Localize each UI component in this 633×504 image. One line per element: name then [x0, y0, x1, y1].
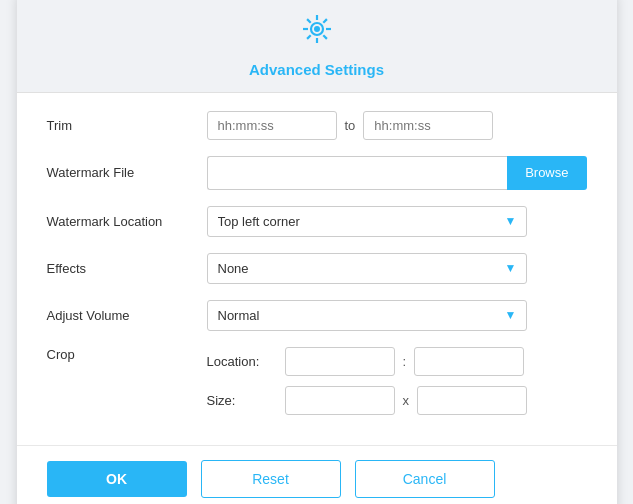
- trim-row: Trim to: [47, 111, 587, 140]
- trim-inputs: to: [207, 111, 494, 140]
- adjust-volume-label: Adjust Volume: [47, 308, 207, 323]
- adjust-volume-select[interactable]: Normal Mute Boost: [207, 300, 527, 331]
- cancel-button[interactable]: Cancel: [355, 460, 495, 498]
- watermark-file-input[interactable]: [207, 156, 508, 190]
- watermark-file-input-group: Browse: [207, 156, 587, 190]
- watermark-location-row: Watermark Location Top left corner Top r…: [47, 206, 587, 237]
- crop-location-y-input[interactable]: [414, 347, 524, 376]
- crop-label: Crop: [47, 347, 207, 362]
- crop-size-height-input[interactable]: [417, 386, 527, 415]
- crop-location-label: Location:: [207, 354, 277, 369]
- crop-size-separator: x: [403, 393, 410, 408]
- adjust-volume-row: Adjust Volume Normal Mute Boost ▼: [47, 300, 587, 331]
- svg-line-8: [307, 35, 311, 39]
- crop-size-label: Size:: [207, 393, 277, 408]
- crop-section: Location: : Size: x: [207, 347, 528, 415]
- crop-location-row: Location: :: [207, 347, 528, 376]
- dialog-title: Advanced Settings: [249, 61, 384, 78]
- reset-button[interactable]: Reset: [201, 460, 341, 498]
- crop-size-width-input[interactable]: [285, 386, 395, 415]
- dialog-body: Trim to Watermark File Browse Watermark …: [17, 93, 617, 445]
- watermark-file-label: Watermark File: [47, 165, 207, 180]
- trim-to-input[interactable]: [363, 111, 493, 140]
- trim-from-input[interactable]: [207, 111, 337, 140]
- watermark-location-label: Watermark Location: [47, 214, 207, 229]
- effects-label: Effects: [47, 261, 207, 276]
- crop-size-row: Size: x: [207, 386, 528, 415]
- crop-location-separator: :: [403, 354, 407, 369]
- svg-point-9: [314, 26, 320, 32]
- browse-button[interactable]: Browse: [507, 156, 586, 190]
- svg-line-7: [323, 19, 327, 23]
- trim-to-separator: to: [345, 118, 356, 133]
- effects-select-wrapper: None Grayscale Sepia Blur ▼: [207, 253, 527, 284]
- adjust-volume-select-wrapper: Normal Mute Boost ▼: [207, 300, 527, 331]
- ok-button[interactable]: OK: [47, 461, 187, 497]
- watermark-location-select[interactable]: Top left corner Top right corner Bottom …: [207, 206, 527, 237]
- settings-icon: [299, 11, 335, 55]
- watermark-file-row: Watermark File Browse: [47, 156, 587, 190]
- dialog-header: Advanced Settings: [17, 0, 617, 93]
- dialog-footer: OK Reset Cancel: [17, 445, 617, 505]
- crop-location-x-input[interactable]: [285, 347, 395, 376]
- crop-row: Crop Location: : Size: x: [47, 347, 587, 415]
- advanced-settings-dialog: Advanced Settings Trim to Watermark File…: [17, 0, 617, 504]
- effects-row: Effects None Grayscale Sepia Blur ▼: [47, 253, 587, 284]
- trim-label: Trim: [47, 118, 207, 133]
- effects-select[interactable]: None Grayscale Sepia Blur: [207, 253, 527, 284]
- watermark-location-select-wrapper: Top left corner Top right corner Bottom …: [207, 206, 527, 237]
- svg-line-5: [307, 19, 311, 23]
- svg-line-6: [323, 35, 327, 39]
